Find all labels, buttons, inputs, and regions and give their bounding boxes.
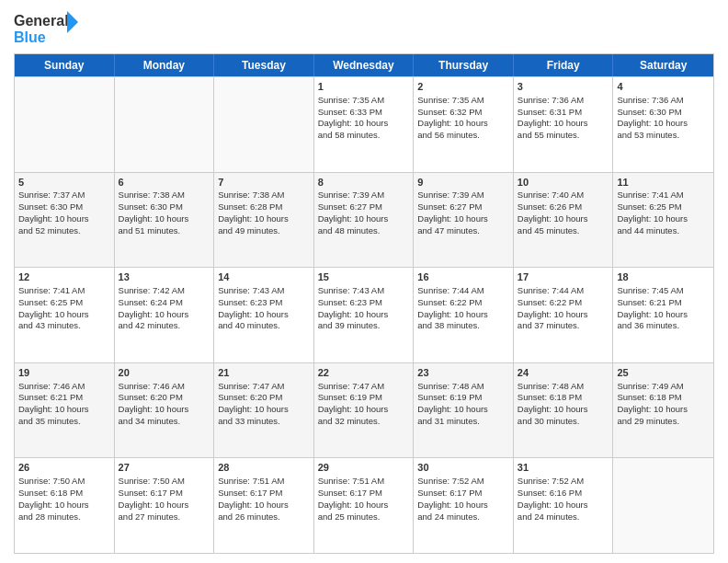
cal-cell: 14Sunrise: 7:43 AM Sunset: 6:23 PM Dayli… [214, 268, 314, 362]
day-number: 30 [417, 461, 509, 475]
day-number: 31 [518, 461, 609, 475]
day-info: Sunrise: 7:43 AM Sunset: 6:23 PM Dayligh… [218, 285, 289, 330]
day-info: Sunrise: 7:39 AM Sunset: 6:27 PM Dayligh… [318, 190, 389, 235]
header: GeneralBlue [14, 9, 714, 46]
cal-cell: 10Sunrise: 7:40 AM Sunset: 6:26 PM Dayli… [514, 173, 614, 268]
day-info: Sunrise: 7:35 AM Sunset: 6:32 PM Dayligh… [417, 95, 488, 140]
day-info: Sunrise: 7:39 AM Sunset: 6:27 PM Dayligh… [417, 190, 488, 235]
svg-text:Blue: Blue [14, 29, 46, 45]
cal-week-row: 1Sunrise: 7:35 AM Sunset: 6:33 PM Daylig… [15, 76, 713, 172]
day-number: 1 [318, 80, 410, 94]
cal-cell: 5Sunrise: 7:37 AM Sunset: 6:30 PM Daylig… [15, 173, 115, 268]
day-info: Sunrise: 7:51 AM Sunset: 6:17 PM Dayligh… [218, 476, 289, 521]
calendar: SundayMondayTuesdayWednesdayThursdayFrid… [14, 53, 714, 554]
cal-cell: 16Sunrise: 7:44 AM Sunset: 6:22 PM Dayli… [414, 268, 514, 362]
day-info: Sunrise: 7:44 AM Sunset: 6:22 PM Dayligh… [518, 285, 588, 330]
cal-header-cell-thursday: Thursday [414, 54, 514, 76]
calendar-body: 1Sunrise: 7:35 AM Sunset: 6:33 PM Daylig… [15, 76, 713, 553]
day-info: Sunrise: 7:47 AM Sunset: 6:19 PM Dayligh… [318, 381, 389, 426]
day-number: 25 [617, 366, 710, 380]
cal-cell: 2Sunrise: 7:35 AM Sunset: 6:32 PM Daylig… [414, 77, 514, 172]
cal-cell: 11Sunrise: 7:41 AM Sunset: 6:25 PM Dayli… [613, 173, 713, 268]
cal-cell: 15Sunrise: 7:43 AM Sunset: 6:23 PM Dayli… [314, 268, 415, 362]
day-info: Sunrise: 7:38 AM Sunset: 6:28 PM Dayligh… [218, 190, 289, 235]
cal-cell: 30Sunrise: 7:52 AM Sunset: 6:17 PM Dayli… [414, 458, 514, 553]
day-number: 8 [318, 176, 410, 190]
day-number: 16 [417, 270, 509, 284]
day-info: Sunrise: 7:50 AM Sunset: 6:18 PM Dayligh… [18, 476, 89, 521]
cal-cell: 18Sunrise: 7:45 AM Sunset: 6:21 PM Dayli… [613, 268, 713, 362]
day-info: Sunrise: 7:46 AM Sunset: 6:20 PM Dayligh… [119, 381, 189, 426]
cal-cell [214, 77, 314, 172]
cal-cell: 6Sunrise: 7:38 AM Sunset: 6:30 PM Daylig… [115, 173, 215, 268]
cal-cell: 25Sunrise: 7:49 AM Sunset: 6:18 PM Dayli… [613, 363, 713, 458]
cal-cell [15, 77, 115, 172]
calendar-header-row: SundayMondayTuesdayWednesdayThursdayFrid… [15, 54, 713, 76]
cal-cell: 26Sunrise: 7:50 AM Sunset: 6:18 PM Dayli… [15, 458, 115, 553]
day-info: Sunrise: 7:37 AM Sunset: 6:30 PM Dayligh… [18, 190, 89, 235]
svg-text:General: General [14, 13, 69, 29]
day-number: 19 [18, 366, 110, 380]
day-number: 17 [518, 270, 609, 284]
day-number: 14 [218, 270, 310, 284]
day-number: 9 [417, 176, 509, 190]
day-info: Sunrise: 7:43 AM Sunset: 6:23 PM Dayligh… [318, 285, 389, 330]
cal-cell: 8Sunrise: 7:39 AM Sunset: 6:27 PM Daylig… [314, 173, 415, 268]
day-info: Sunrise: 7:45 AM Sunset: 6:21 PM Dayligh… [617, 285, 688, 330]
cal-header-cell-saturday: Saturday [613, 54, 713, 76]
cal-cell: 23Sunrise: 7:48 AM Sunset: 6:19 PM Dayli… [414, 363, 514, 458]
cal-cell: 21Sunrise: 7:47 AM Sunset: 6:20 PM Dayli… [214, 363, 314, 458]
day-number: 26 [18, 461, 110, 475]
day-info: Sunrise: 7:47 AM Sunset: 6:20 PM Dayligh… [218, 381, 289, 426]
day-info: Sunrise: 7:48 AM Sunset: 6:18 PM Dayligh… [518, 381, 588, 426]
day-info: Sunrise: 7:41 AM Sunset: 6:25 PM Dayligh… [18, 285, 89, 330]
day-number: 13 [119, 270, 210, 284]
day-number: 7 [218, 176, 310, 190]
day-info: Sunrise: 7:50 AM Sunset: 6:17 PM Dayligh… [119, 476, 189, 521]
svg-marker-2 [67, 11, 78, 33]
day-info: Sunrise: 7:41 AM Sunset: 6:25 PM Dayligh… [617, 190, 688, 235]
day-info: Sunrise: 7:49 AM Sunset: 6:18 PM Dayligh… [617, 381, 688, 426]
cal-cell [613, 458, 713, 553]
cal-week-row: 5Sunrise: 7:37 AM Sunset: 6:30 PM Daylig… [15, 172, 713, 268]
cal-header-cell-wednesday: Wednesday [314, 54, 415, 76]
cal-cell: 22Sunrise: 7:47 AM Sunset: 6:19 PM Dayli… [314, 363, 415, 458]
cal-cell: 4Sunrise: 7:36 AM Sunset: 6:30 PM Daylig… [613, 77, 713, 172]
logo: GeneralBlue [14, 9, 78, 46]
cal-cell: 3Sunrise: 7:36 AM Sunset: 6:31 PM Daylig… [514, 77, 614, 172]
day-number: 27 [119, 461, 210, 475]
day-number: 20 [119, 366, 210, 380]
day-info: Sunrise: 7:36 AM Sunset: 6:30 PM Dayligh… [617, 95, 688, 140]
cal-cell: 24Sunrise: 7:48 AM Sunset: 6:18 PM Dayli… [514, 363, 614, 458]
cal-cell: 20Sunrise: 7:46 AM Sunset: 6:20 PM Dayli… [115, 363, 215, 458]
cal-cell [115, 77, 215, 172]
cal-header-cell-friday: Friday [514, 54, 614, 76]
day-info: Sunrise: 7:36 AM Sunset: 6:31 PM Dayligh… [518, 95, 588, 140]
day-number: 21 [218, 366, 310, 380]
day-number: 2 [417, 80, 509, 94]
cal-cell: 13Sunrise: 7:42 AM Sunset: 6:24 PM Dayli… [115, 268, 215, 362]
cal-cell: 29Sunrise: 7:51 AM Sunset: 6:17 PM Dayli… [314, 458, 415, 553]
logo-svg: GeneralBlue [14, 9, 78, 46]
day-info: Sunrise: 7:46 AM Sunset: 6:21 PM Dayligh… [18, 381, 89, 426]
day-info: Sunrise: 7:40 AM Sunset: 6:26 PM Dayligh… [518, 190, 588, 235]
cal-week-row: 19Sunrise: 7:46 AM Sunset: 6:21 PM Dayli… [15, 362, 713, 458]
day-number: 10 [518, 176, 609, 190]
day-number: 6 [119, 176, 210, 190]
day-number: 24 [518, 366, 609, 380]
cal-cell: 9Sunrise: 7:39 AM Sunset: 6:27 PM Daylig… [414, 173, 514, 268]
day-info: Sunrise: 7:51 AM Sunset: 6:17 PM Dayligh… [318, 476, 389, 521]
day-number: 12 [18, 270, 110, 284]
day-number: 23 [417, 366, 509, 380]
day-number: 28 [218, 461, 310, 475]
day-info: Sunrise: 7:48 AM Sunset: 6:19 PM Dayligh… [417, 381, 488, 426]
cal-cell: 27Sunrise: 7:50 AM Sunset: 6:17 PM Dayli… [115, 458, 215, 553]
day-number: 5 [18, 176, 110, 190]
day-number: 29 [318, 461, 410, 475]
cal-header-cell-tuesday: Tuesday [214, 54, 314, 76]
day-info: Sunrise: 7:52 AM Sunset: 6:16 PM Dayligh… [518, 476, 588, 521]
day-number: 18 [617, 270, 710, 284]
day-info: Sunrise: 7:44 AM Sunset: 6:22 PM Dayligh… [417, 285, 488, 330]
day-info: Sunrise: 7:38 AM Sunset: 6:30 PM Dayligh… [119, 190, 189, 235]
cal-cell: 12Sunrise: 7:41 AM Sunset: 6:25 PM Dayli… [15, 268, 115, 362]
